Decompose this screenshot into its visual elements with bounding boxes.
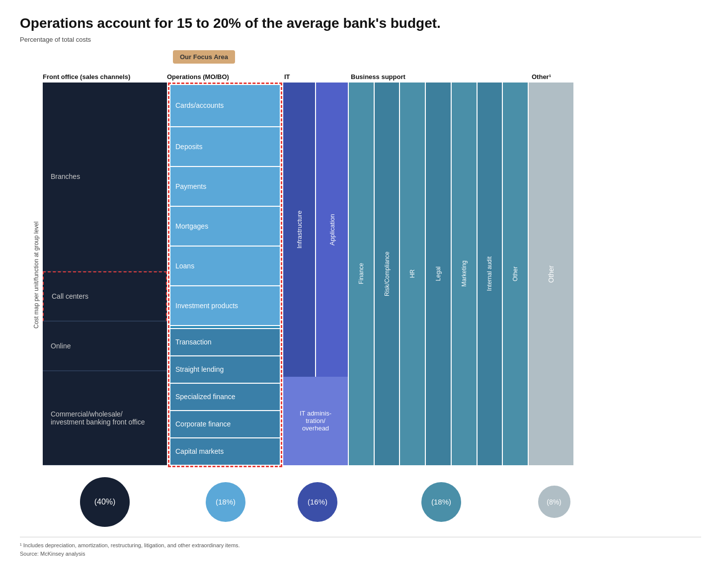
bizsupp-hr: HR	[400, 83, 426, 465]
col-it: Infrastructure Application IT adminis- t…	[283, 83, 348, 465]
pct-bizsupp: (18%)	[421, 482, 461, 522]
cell-investment-products: Investment products	[170, 286, 280, 326]
col-front-office: Branches Call centers Online Commercial/…	[43, 83, 167, 467]
pct-other-wrapper: (8%)	[532, 486, 576, 518]
pct-it-wrapper: (16%)	[284, 482, 351, 522]
col-other: Other	[529, 83, 573, 465]
bizsupp-legal-label: Legal	[435, 266, 442, 281]
pct-it: (16%)	[298, 482, 337, 522]
other-cell: Other	[529, 83, 573, 465]
column-headers: Front office (sales channels) Operations…	[43, 73, 701, 81]
cell-online: Online	[43, 321, 167, 371]
bizsupp-internal-audit: Internal audit	[478, 83, 503, 465]
cell-call-centers: Call centers	[43, 271, 167, 321]
bizsupp-risk-compliance: Risk/Compliance	[375, 83, 401, 465]
cell-specialized-finance: Specialized finance	[170, 384, 280, 411]
bizsupp-risk-label: Risk/Compliance	[384, 252, 391, 296]
pct-front-office: (40%)	[80, 477, 130, 527]
cell-payments: Payments	[170, 167, 280, 207]
bizsupp-internal-audit-label: Internal audit	[486, 256, 493, 291]
footnote-separator	[20, 537, 701, 537]
header-other: Other¹	[532, 73, 576, 81]
cell-capital-markets: Capital markets	[170, 438, 280, 465]
page-title: Operations account for 15 to 20% of the …	[20, 15, 701, 32]
subtitle: Percentage of total costs	[20, 36, 701, 43]
it-app-cell: Application	[316, 83, 348, 377]
focus-area-callout-region: Our Focus Area	[43, 48, 701, 73]
percentage-row: (40%) (18%) (16%) (18%) (8%)	[43, 477, 701, 527]
pct-bizsupp-wrapper: (18%)	[351, 482, 532, 522]
header-front: Front office (sales channels)	[43, 73, 167, 81]
footnote: ¹ Includes depreciation, amortization, r…	[20, 541, 701, 559]
col-operations: Cards/accounts Deposits Payments Mortgag…	[168, 83, 282, 467]
focus-area-label: Our Focus Area	[173, 50, 235, 64]
cell-branches: Branches	[43, 83, 167, 271]
header-it: IT	[284, 73, 351, 81]
it-infra-cell: Infrastructure	[283, 83, 315, 377]
cell-cards-accounts: Cards/accounts	[170, 85, 280, 127]
footnote-line1: ¹ Includes depreciation, amortization, r…	[20, 541, 701, 550]
chart-area: Cost map per unit/function at group leve…	[32, 83, 701, 467]
bizsupp-hr-label: HR	[409, 269, 416, 278]
bizsupp-marketing: Marketing	[452, 83, 478, 465]
cell-commercial-wholesale: Commercial/wholesale/ investment banking…	[43, 371, 167, 465]
bizsupp-strips-container: Finance Risk/Compliance HR Legal Marketi…	[349, 83, 528, 465]
pct-front-wrapper: (40%)	[43, 477, 167, 527]
pct-operations: (18%)	[206, 482, 245, 522]
bizsupp-marketing-label: Marketing	[461, 260, 468, 287]
bizsupp-finance-label: Finance	[358, 263, 365, 284]
pct-ops-wrapper: (18%)	[167, 482, 284, 522]
cell-loans: Loans	[170, 247, 280, 286]
header-bizsupp: Business support	[351, 73, 532, 81]
bizsupp-other-label: Other	[512, 266, 519, 281]
ops-separator	[170, 326, 280, 328]
cell-mortgages: Mortgages	[170, 207, 280, 247]
bizsupp-other: Other	[503, 83, 528, 465]
cell-transaction: Transaction	[170, 329, 280, 356]
it-top-section: Infrastructure Application	[283, 83, 348, 377]
header-ops: Operations (MO/BO)	[167, 73, 284, 81]
bizsupp-legal: Legal	[426, 83, 452, 465]
cell-corporate-finance: Corporate finance	[170, 411, 280, 438]
footnote-line2: Source: McKinsey analysis	[20, 550, 701, 559]
y-axis-label: Cost map per unit/function at group leve…	[32, 83, 41, 467]
col-bizsupp: Finance Risk/Compliance HR Legal Marketi…	[349, 83, 528, 465]
cell-straight-lending: Straight lending	[170, 356, 280, 384]
bizsupp-finance: Finance	[349, 83, 375, 465]
it-admin-cell: IT adminis- tration/ overhead	[283, 377, 348, 465]
pct-other: (8%)	[538, 486, 570, 518]
cell-deposits: Deposits	[170, 127, 280, 167]
